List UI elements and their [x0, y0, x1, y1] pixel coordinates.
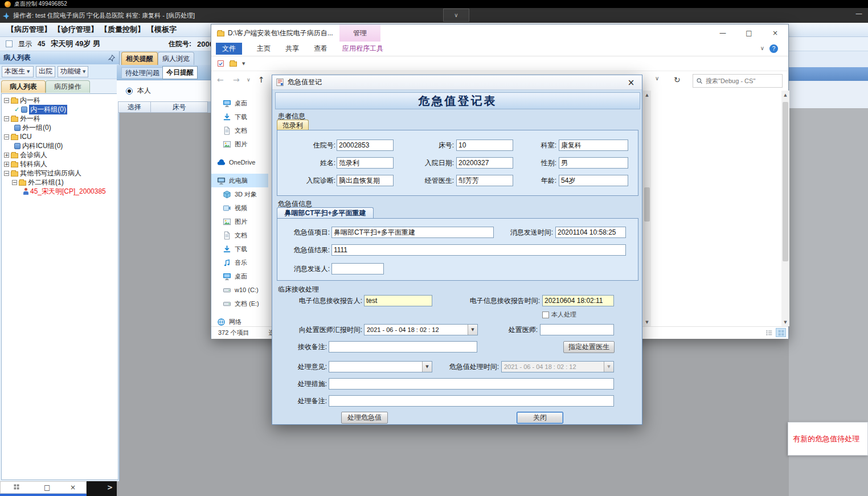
expand-chevron-icon[interactable]: > [107, 483, 113, 491]
minimize-icon[interactable]: — [710, 24, 736, 42]
scroll-up-icon[interactable]: ▲ [781, 91, 789, 99]
receiver-input[interactable] [364, 295, 432, 306]
nav-item-documents[interactable]: 文档 [211, 124, 268, 137]
tree-item[interactable]: − 外一科 [2, 114, 118, 123]
nav-item-documents-2[interactable]: 文档 [211, 228, 268, 242]
assign-doctor-button[interactable]: 指定处置医生 [563, 341, 615, 353]
close-icon[interactable]: × [623, 77, 640, 88]
department-input[interactable] [559, 140, 628, 151]
nav-item-desktop-2[interactable]: 桌面 [211, 269, 268, 283]
tree-item-patient[interactable]: 45_宋天明[CP]_2000385 [2, 187, 118, 196]
scroll-down-icon[interactable]: ▼ [643, 318, 651, 326]
opinion-combo[interactable]: ▼ [329, 361, 432, 372]
tree-item[interactable]: − 其他书写过病历病人 [2, 169, 118, 178]
session-dropdown[interactable]: ∨ [443, 9, 469, 22]
explorer-search-input[interactable] [706, 77, 779, 84]
close-icon[interactable]: × [70, 483, 76, 491]
nav-item-network[interactable]: 网络 [211, 315, 268, 326]
self-handle-checkbox[interactable] [542, 311, 549, 318]
back-icon[interactable]: ← [217, 75, 224, 84]
diagnosis-input[interactable] [337, 175, 394, 186]
close-button[interactable]: 关闭 [517, 412, 563, 424]
inner-scrollbar[interactable]: ▲ ▼ [643, 91, 651, 326]
dropdown-icon[interactable]: ▼ [422, 362, 432, 372]
dialog-titlebar[interactable]: 危急值登记 [272, 75, 642, 90]
ribbon-collapse-icon[interactable]: ∨ [760, 45, 764, 51]
menu-item-template[interactable]: 【模板字 [147, 24, 177, 35]
properties-icon[interactable] [217, 60, 224, 67]
help-icon[interactable]: ? [769, 44, 778, 53]
maximize-icon[interactable]: □ [44, 483, 50, 491]
critical-item-input[interactable] [331, 227, 494, 238]
self-radio[interactable] [126, 88, 133, 95]
explorer-search-box[interactable] [693, 74, 783, 88]
function-keys-button[interactable]: 功能键 ▼ [58, 66, 88, 77]
nav-item-music[interactable]: 音乐 [211, 256, 268, 269]
tree-item[interactable]: − 外二科组(1) [2, 178, 118, 187]
menu-item-records[interactable]: 【病历管理】 [7, 24, 51, 35]
show-checkbox[interactable] [6, 40, 13, 47]
explorer-titlebar[interactable]: D:\客户端安装包\住院电子病历自... [211, 24, 788, 42]
main-scrollbar[interactable]: ▲ ▼ [781, 91, 789, 326]
pin-icon[interactable] [108, 54, 116, 62]
bed-no-input[interactable] [456, 140, 513, 151]
refresh-icon[interactable]: ↻ [674, 75, 681, 84]
scrollbar-thumb[interactable] [644, 187, 650, 222]
tab-record-ops[interactable]: 病历操作 [46, 80, 90, 93]
critical-value-notification[interactable]: 有新的危急值待处理 [788, 422, 868, 456]
admit-date-input[interactable] [456, 157, 513, 169]
tree-collapse-icon[interactable]: − [4, 134, 9, 140]
message-sender-input[interactable] [331, 263, 384, 274]
tab-related-reminders[interactable]: 相关提醒 [121, 52, 158, 65]
admission-no-input[interactable] [337, 140, 394, 151]
ribbon-tab-share[interactable]: 共享 [285, 44, 299, 54]
history-dropdown-icon[interactable]: ∨ [247, 77, 251, 83]
column-select[interactable]: 选择 [118, 101, 151, 113]
nav-item-drive-c[interactable]: w10 (C:) [211, 283, 268, 297]
tab-patient-browse[interactable]: 病人浏览 [158, 52, 194, 65]
tree-item[interactable]: − ICU [2, 132, 118, 141]
attending-doctor-input[interactable] [456, 175, 513, 186]
tree-collapse-icon[interactable]: − [12, 180, 17, 185]
tree-collapse-icon[interactable]: − [4, 171, 9, 176]
patient-tab[interactable]: 范录利 [277, 120, 309, 130]
critical-item-tab[interactable]: 鼻咽部CT平扫+多平面重建 [277, 207, 374, 218]
menu-item-quality[interactable]: 【质量控制】 [100, 24, 145, 35]
disposal-doctor-input[interactable] [540, 324, 614, 335]
name-input[interactable] [337, 157, 394, 169]
nav-item-3d-objects[interactable]: 3D 对象 [211, 187, 268, 201]
nav-item-pictures-2[interactable]: 图片 [211, 215, 268, 228]
minimize-icon[interactable]: — [855, 10, 862, 18]
view-details-toggle[interactable] [764, 328, 774, 337]
address-dropdown-icon[interactable]: ∨ [655, 75, 659, 81]
nav-item-onedrive[interactable]: OneDrive [211, 155, 268, 169]
view-thumbnails-toggle[interactable] [776, 328, 786, 337]
tab-patient-list[interactable]: 病人列表 [1, 80, 46, 93]
doctor-filter-combo[interactable]: 本医生 ▼ [2, 66, 34, 77]
close-icon[interactable]: × [762, 24, 788, 42]
maximize-icon[interactable]: □ [736, 24, 762, 42]
new-folder-icon[interactable] [230, 62, 237, 67]
subtab-today-reminders[interactable]: 今日提醒 [162, 66, 198, 79]
receive-time-input[interactable] [542, 295, 614, 306]
up-icon[interactable]: ↑ [258, 75, 265, 84]
scrollbar-thumb[interactable] [783, 102, 788, 261]
tree-collapse-icon[interactable]: − [4, 116, 9, 121]
age-input[interactable] [559, 175, 628, 186]
column-bed[interactable]: 床号 [151, 101, 208, 113]
nav-item-drive-e[interactable]: 文档 (E:) [211, 297, 268, 310]
gender-input[interactable] [559, 157, 628, 169]
nav-item-downloads-2[interactable]: 下载 [211, 242, 268, 256]
forward-icon[interactable]: → [233, 75, 240, 84]
nav-item-downloads[interactable]: 下载 [211, 110, 268, 124]
tree-item[interactable]: + 转科病人 [2, 159, 118, 169]
tree-item[interactable]: + 会诊病人 [2, 150, 118, 159]
tree-collapse-icon[interactable]: − [4, 98, 9, 103]
nav-item-this-pc[interactable]: 此电脑 [211, 174, 268, 187]
handle-note-input[interactable] [329, 395, 614, 407]
nav-item-desktop[interactable]: 桌面 [211, 96, 268, 110]
message-time-input[interactable] [555, 227, 626, 238]
qat-dropdown-icon[interactable]: ▼ [242, 62, 245, 66]
manage-contextual-tab[interactable]: 管理 [339, 24, 380, 42]
ribbon-tab-file[interactable]: 文件 [216, 43, 242, 55]
